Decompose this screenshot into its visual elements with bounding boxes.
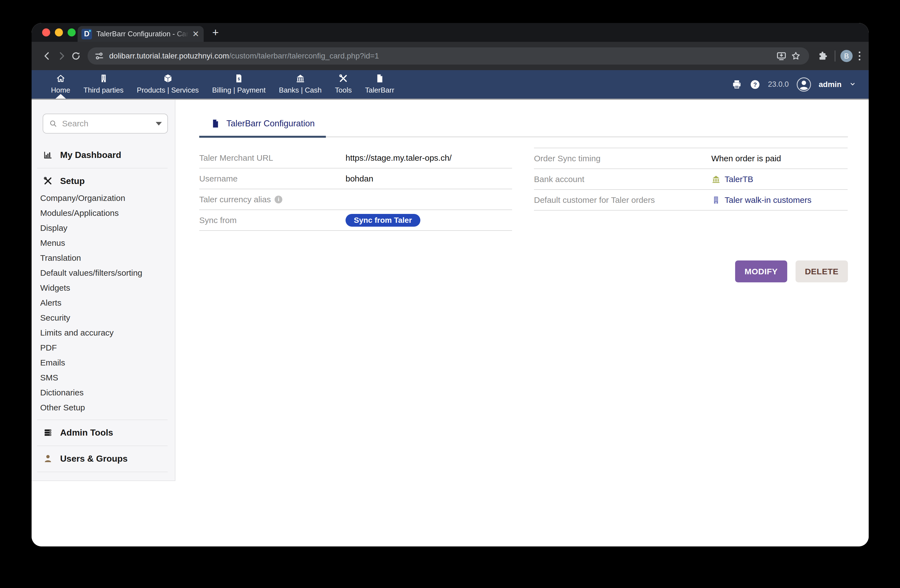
- menu-tools[interactable]: Tools: [328, 70, 358, 99]
- app-version: 23.0.0: [768, 80, 788, 88]
- sidebar-item-pdf[interactable]: PDF: [32, 340, 175, 355]
- search-dropdown-caret-icon[interactable]: [156, 122, 162, 126]
- close-window-button[interactable]: [42, 28, 50, 37]
- top-menu-right: ? 23.0.0 admin: [731, 70, 869, 99]
- config-table-left: Taler Merchant URL https://stage.my.tale…: [199, 148, 512, 231]
- dolibarr-favicon: D: [81, 29, 92, 39]
- table-row: Sync from Sync from Taler: [199, 210, 512, 231]
- browser-profile-avatar[interactable]: B: [840, 50, 853, 62]
- field-label-text: Taler currency alias: [199, 195, 271, 204]
- sidebar-item-dictionaries[interactable]: Dictionaries: [32, 385, 175, 400]
- bookmark-star-icon[interactable]: [788, 49, 803, 63]
- desktop-background: D TalerBarr Configuration - Card ✕ + dol…: [0, 0, 900, 588]
- user-avatar-icon[interactable]: [796, 77, 812, 92]
- sidebar-header-label: Users & Groups: [60, 454, 128, 464]
- sidebar-item-default-values[interactable]: Default values/filters/sorting: [32, 265, 175, 281]
- tools-icon: [338, 73, 348, 84]
- menu-third-parties[interactable]: Third parties: [77, 70, 130, 99]
- site-settings-icon[interactable]: [94, 50, 105, 62]
- chart-icon: [43, 150, 53, 160]
- fullscreen-window-button[interactable]: [68, 28, 76, 37]
- config-tables: Taler Merchant URL https://stage.my.tale…: [199, 148, 848, 231]
- menu-billing-payment[interactable]: $ Billing | Payment: [205, 70, 272, 99]
- sidebar-search[interactable]: [43, 113, 168, 133]
- sidebar-item-limits-accuracy[interactable]: Limits and accuracy: [32, 325, 175, 340]
- browser-toolbar: dolibarr.tutorial.taler.potuzhnyi.com/cu…: [32, 42, 869, 70]
- bank-icon: [295, 73, 306, 84]
- browser-tabstrip: D TalerBarr Configuration - Card ✕ +: [32, 23, 869, 42]
- install-app-icon[interactable]: [774, 49, 788, 63]
- search-icon: [49, 119, 57, 128]
- tab-talerbarr-configuration[interactable]: TalerBarr Configuration: [199, 116, 326, 138]
- sidebar-item-my-dashboard[interactable]: My Dashboard: [32, 146, 175, 163]
- company-icon: [711, 195, 721, 205]
- chevron-down-icon[interactable]: [849, 80, 857, 89]
- sidebar-item-setup[interactable]: Setup: [32, 172, 175, 189]
- modify-button[interactable]: MODIFY: [735, 261, 787, 282]
- reload-icon[interactable]: [69, 49, 83, 63]
- minimize-window-button[interactable]: [55, 28, 63, 37]
- sidebar-divider: [37, 445, 168, 446]
- sync-from-taler-button[interactable]: Sync from Taler: [346, 214, 421, 227]
- browser-menu-icon[interactable]: [859, 51, 860, 61]
- back-icon[interactable]: [40, 49, 54, 63]
- setup-menu-list: Company/Organization Modules/Application…: [32, 189, 175, 415]
- sidebar-item-sms[interactable]: SMS: [32, 370, 175, 385]
- toolbar-divider: [835, 50, 835, 62]
- url-path: /custom/talerbarr/talerconfig_card.php?i…: [229, 51, 379, 60]
- url-domain: dolibarr.tutorial.taler.potuzhnyi.com: [109, 51, 229, 60]
- address-bar[interactable]: dolibarr.tutorial.taler.potuzhnyi.com/cu…: [88, 47, 809, 65]
- sidebar-item-display[interactable]: Display: [32, 220, 175, 236]
- help-icon[interactable]: ?: [749, 79, 760, 90]
- field-label: Order Sync timing: [534, 154, 711, 163]
- sidebar-item-admin-tools[interactable]: Admin Tools: [32, 424, 175, 441]
- logged-in-user[interactable]: admin: [819, 80, 841, 89]
- new-tab-icon[interactable]: +: [212, 26, 219, 39]
- app-top-menu: Home Third parties Products | Services $…: [32, 70, 869, 99]
- table-row: Username bohdan: [199, 169, 512, 189]
- sidebar-header-label: Admin Tools: [60, 428, 113, 438]
- table-row: Order Sync timing When order is paid: [534, 148, 848, 169]
- sidebar-item-emails[interactable]: Emails: [32, 355, 175, 370]
- menu-label: Billing | Payment: [212, 86, 265, 95]
- menu-products-services[interactable]: Products | Services: [130, 70, 206, 99]
- svg-text:$: $: [238, 76, 240, 81]
- browser-window: D TalerBarr Configuration - Card ✕ + dol…: [32, 23, 869, 546]
- extensions-puzzle-icon[interactable]: [815, 49, 830, 63]
- search-input[interactable]: [62, 119, 151, 128]
- sidebar-item-other-setup[interactable]: Other Setup: [32, 400, 175, 415]
- sidebar-item-alerts[interactable]: Alerts: [32, 295, 175, 310]
- page-title: TalerBarr Configuration: [227, 119, 315, 129]
- delete-button[interactable]: DELETE: [796, 261, 848, 282]
- info-icon[interactable]: i: [275, 195, 282, 203]
- field-value: Taler walk-in customers: [711, 195, 812, 205]
- sidebar-item-widgets[interactable]: Widgets: [32, 281, 175, 295]
- bank-account-link[interactable]: TalerTB: [725, 175, 753, 184]
- sidebar-item-translation[interactable]: Translation: [32, 250, 175, 265]
- forward-icon[interactable]: [54, 49, 69, 63]
- sidebar-divider: [37, 472, 168, 472]
- bank-account-icon: [711, 175, 721, 184]
- sidebar-item-company-organization[interactable]: Company/Organization: [32, 191, 175, 206]
- menu-label: Products | Services: [137, 86, 199, 95]
- default-customer-link[interactable]: Taler walk-in customers: [725, 195, 812, 205]
- file-icon: [375, 73, 385, 84]
- menu-talerbarr[interactable]: TalerBarr: [358, 70, 401, 99]
- sidebar-item-menus[interactable]: Menus: [32, 236, 175, 250]
- sidebar-item-modules-applications[interactable]: Modules/Applications: [32, 206, 175, 220]
- browser-tab[interactable]: D TalerBarr Configuration - Card ✕: [78, 26, 204, 42]
- menu-label: Banks | Cash: [279, 86, 322, 95]
- sidebar-header-label: Setup: [60, 176, 85, 186]
- sidebar-item-security[interactable]: Security: [32, 310, 175, 325]
- field-value: When order is paid: [711, 154, 781, 163]
- field-value: TalerTB: [711, 175, 753, 184]
- sidebar-item-users-groups[interactable]: Users & Groups: [32, 450, 175, 467]
- print-icon[interactable]: [731, 79, 742, 90]
- table-row: Taler Merchant URL https://stage.my.tale…: [199, 148, 512, 169]
- menu-home[interactable]: Home: [44, 70, 77, 99]
- server-stack-icon: [43, 428, 53, 438]
- close-tab-icon[interactable]: ✕: [192, 30, 199, 38]
- menu-label: Home: [51, 86, 70, 95]
- page-body: My Dashboard Setup Company/Organization …: [32, 99, 869, 546]
- menu-banks-cash[interactable]: Banks | Cash: [272, 70, 328, 99]
